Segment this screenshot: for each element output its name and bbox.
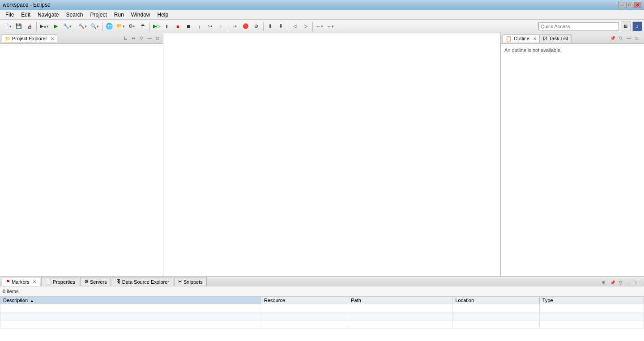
- pause-button[interactable]: ⏸: [162, 21, 172, 31]
- nav-forward-button[interactable]: →▾: [325, 21, 335, 31]
- next-edit-button[interactable]: ▷: [301, 21, 311, 31]
- use-step-filters-button[interactable]: ⇢: [230, 21, 240, 31]
- menu-file[interactable]: File: [2, 11, 17, 19]
- project-explorer-tab[interactable]: 📁 Project Explorer ✕: [2, 34, 57, 42]
- sep1: [36, 22, 37, 31]
- profile-button[interactable]: ⚙▾: [127, 21, 137, 31]
- link-with-editor-button[interactable]: ⇔: [130, 35, 137, 42]
- menu-project[interactable]: Project: [86, 11, 110, 19]
- outline-pin-button[interactable]: 📌: [609, 35, 616, 42]
- outline-message: An outline is not available.: [504, 47, 562, 53]
- properties-tab[interactable]: 📄 Properties: [41, 277, 79, 286]
- snippets-label: Snippets: [183, 279, 203, 285]
- quick-access-input[interactable]: [538, 22, 619, 30]
- outline-close[interactable]: ✕: [533, 36, 537, 41]
- servers-label: Servers: [90, 279, 107, 285]
- run-last-button[interactable]: ▶●▾: [38, 21, 50, 31]
- project-explorer-close[interactable]: ✕: [51, 36, 54, 41]
- task-list-tab[interactable]: ☑ Task List: [540, 34, 571, 43]
- markers-tab[interactable]: ⚑ Markers ✕: [2, 277, 40, 286]
- left-panel: 📁 Project Explorer ✕ ⇊ ⇔ ▽ — □: [0, 33, 163, 276]
- bottom-menu-button[interactable]: ▽: [617, 279, 624, 286]
- step-over-button[interactable]: ↪: [205, 21, 215, 31]
- markers-select-all-button[interactable]: ⊞: [600, 279, 607, 286]
- menu-window[interactable]: Window: [128, 11, 154, 19]
- print-button[interactable]: 🖨: [25, 21, 34, 31]
- task-list-label: Task List: [549, 36, 568, 41]
- col-resource[interactable]: Resource: [261, 297, 348, 304]
- coverage-button[interactable]: ☂: [138, 21, 148, 31]
- col-location[interactable]: Location: [452, 297, 539, 304]
- sep5: [228, 22, 228, 31]
- menu-edit[interactable]: Edit: [17, 11, 34, 19]
- prev-edit-button[interactable]: ◁: [290, 21, 300, 31]
- app-title: workspace - Eclipse: [3, 2, 51, 8]
- data-source-tab[interactable]: 🗄 Data Source Explorer: [112, 277, 173, 286]
- menu-help[interactable]: Help: [154, 11, 172, 19]
- markers-pin-button[interactable]: 📌: [609, 279, 616, 286]
- outline-menu-button[interactable]: ▽: [617, 35, 624, 42]
- search-file-button[interactable]: 🔍▾: [89, 21, 100, 31]
- markers-toolbar: 0 items: [0, 286, 644, 296]
- main-layout: 📁 Project Explorer ✕ ⇊ ⇔ ▽ — □: [0, 33, 644, 341]
- perspective-java-button[interactable]: J: [632, 21, 642, 31]
- sep3: [102, 22, 102, 31]
- project-explorer-icon: 📁: [5, 36, 10, 41]
- save-button[interactable]: 💾: [14, 21, 24, 31]
- table-row: [0, 304, 644, 312]
- open-perspective-button[interactable]: ⊞: [621, 21, 631, 31]
- properties-label: Properties: [53, 279, 75, 285]
- project-explorer-label: Project Explorer: [12, 36, 47, 41]
- minimize-bottom-button[interactable]: —: [625, 279, 632, 286]
- markers-icon: ⚑: [6, 279, 10, 285]
- maximize-bottom-button[interactable]: □: [633, 279, 640, 286]
- resume-button[interactable]: ▶▷: [152, 21, 162, 31]
- properties-icon: 📄: [45, 279, 51, 285]
- col-type[interactable]: Type: [539, 297, 644, 304]
- collapse-all-button[interactable]: ⇊: [122, 35, 129, 42]
- toolbar: 📄▾ 💾 🖨 ▶●▾ ▶ 🔧▾ 🔨▾ 🔍▾ 🌐 📂▾ ⚙▾ ☂ ▶▷ ⏸ ■ ⏹…: [0, 20, 644, 33]
- run-external-button[interactable]: 🔧▾: [62, 21, 73, 31]
- view-menu-button[interactable]: ▽: [138, 35, 145, 42]
- new-button[interactable]: 📄▾: [2, 21, 13, 31]
- col-description[interactable]: Description ▲: [0, 297, 261, 304]
- bottom-tabs-bar: ⚑ Markers ✕ 📄 Properties ⚙ Servers 🗄 Dat…: [0, 277, 644, 286]
- menu-search[interactable]: Search: [62, 11, 86, 19]
- open-resource-button[interactable]: 📂▾: [115, 21, 126, 31]
- servers-tab[interactable]: ⚙ Servers: [80, 277, 111, 286]
- skip-breakpoints-button[interactable]: ⊘: [252, 21, 261, 31]
- editor-area[interactable]: [163, 33, 501, 276]
- outline-icon: 📋: [506, 36, 512, 42]
- maximize-button[interactable]: □: [626, 2, 633, 8]
- outline-content: An outline is not available.: [501, 44, 644, 276]
- markers-item-count: 0 items: [3, 289, 18, 294]
- minimize-right-button[interactable]: —: [625, 35, 632, 42]
- col-path[interactable]: Path: [348, 297, 452, 304]
- window-controls: — □ ✕: [618, 2, 641, 8]
- stop-button[interactable]: ■: [173, 21, 183, 31]
- toggle-breakpoint-button[interactable]: 🔴: [241, 21, 251, 31]
- sep2: [75, 22, 75, 31]
- nav-back-button[interactable]: ←▾: [315, 21, 324, 31]
- maximize-left-button[interactable]: □: [154, 35, 161, 42]
- minimize-button[interactable]: —: [618, 2, 625, 8]
- step-into-button[interactable]: ↓: [195, 21, 205, 31]
- snippets-tab[interactable]: ✂ Snippets: [174, 277, 207, 286]
- menu-run[interactable]: Run: [111, 11, 128, 19]
- prev-annotation-button[interactable]: ⬆: [265, 21, 275, 31]
- title-bar: workspace - Eclipse — □ ✕: [0, 0, 644, 10]
- next-annotation-button[interactable]: ⬇: [276, 21, 286, 31]
- menu-navigate[interactable]: Navigate: [34, 11, 62, 19]
- disconnect-button[interactable]: ⏹: [184, 21, 194, 31]
- center-layout: 📁 Project Explorer ✕ ⇊ ⇔ ▽ — □: [0, 33, 644, 276]
- outline-tab[interactable]: 📋 Outline ✕: [503, 34, 540, 43]
- open-type-button[interactable]: 🌐: [104, 21, 114, 31]
- maximize-right-button[interactable]: □: [633, 35, 640, 42]
- outline-label: Outline: [514, 36, 529, 41]
- close-button[interactable]: ✕: [634, 2, 641, 8]
- build-button[interactable]: 🔨▾: [77, 21, 88, 31]
- step-return-button[interactable]: ↑: [216, 21, 226, 31]
- debug-button[interactable]: ▶: [51, 21, 61, 31]
- markers-close[interactable]: ✕: [33, 279, 36, 284]
- minimize-left-button[interactable]: —: [146, 35, 153, 42]
